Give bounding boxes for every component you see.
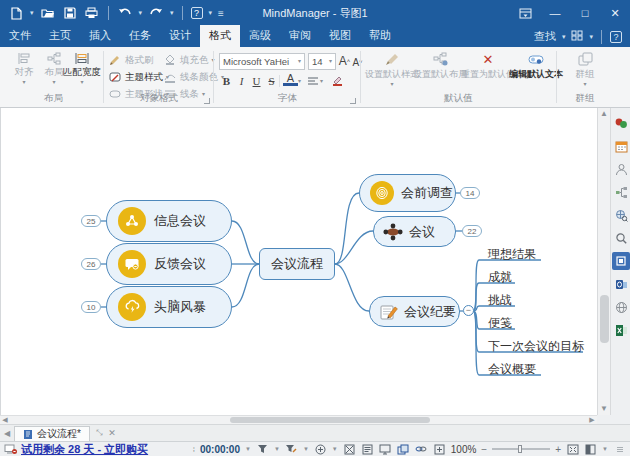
hyperlink-icon[interactable] — [415, 443, 428, 455]
timer-dropdown-icon[interactable]: ▼ — [245, 446, 251, 452]
zoom-slider[interactable] — [492, 448, 550, 450]
outline-view-icon[interactable] — [361, 443, 374, 455]
topic-badge[interactable]: 10 — [81, 301, 101, 313]
advanced-filter-icon[interactable] — [285, 443, 298, 455]
tab-scroll-left-icon[interactable]: ◀ — [0, 429, 14, 438]
topic-brainstorm[interactable]: 头脑风暴 — [106, 286, 232, 328]
open-icon[interactable] — [40, 5, 56, 21]
excel-icon[interactable] — [612, 321, 630, 339]
pan-mode-icon[interactable] — [343, 443, 356, 455]
topic-share-icon[interactable] — [612, 183, 630, 201]
redo-icon[interactable] — [148, 5, 164, 21]
align-button[interactable]: 对齐 ▾ — [8, 51, 40, 85]
tab-review[interactable]: 审阅 — [280, 25, 320, 47]
topic-badge[interactable]: 25 — [81, 215, 101, 227]
contact-icon[interactable] — [612, 160, 630, 178]
print-icon[interactable] — [84, 5, 100, 21]
format-painter-button[interactable]: 格式刷 — [108, 53, 154, 67]
subtopic[interactable]: 成就 — [488, 269, 512, 286]
underline-button[interactable]: U — [249, 73, 264, 89]
font-size-select[interactable]: 14▾ — [308, 53, 336, 70]
tab-help[interactable]: 帮助 — [360, 25, 400, 47]
tab-insert[interactable]: 插入 — [80, 25, 120, 47]
scroll-left-icon[interactable]: ◀ — [0, 416, 10, 424]
timer-value[interactable]: 00:00:00 — [200, 444, 240, 455]
filter-dropdown-icon[interactable]: ▼ — [274, 446, 280, 452]
advanced-filter-dropdown-icon[interactable]: ▼ — [303, 446, 309, 452]
contrast-dropdown-icon[interactable]: ▼ — [602, 446, 608, 452]
bold-button[interactable]: B — [219, 73, 234, 89]
tab-view[interactable]: 视图 — [320, 25, 360, 47]
presentation-view-icon[interactable] — [379, 443, 392, 455]
zoom-level[interactable]: 100% — [451, 444, 477, 455]
slides-view-icon[interactable] — [397, 443, 410, 455]
snapshot-icon[interactable] — [612, 252, 630, 270]
resize-grip[interactable] — [617, 447, 623, 452]
topic-meeting[interactable]: 会议 — [373, 216, 456, 247]
panel-dropdown-icon[interactable]: ▾ — [589, 33, 593, 41]
contrast-view-icon[interactable] — [584, 443, 597, 455]
vertical-scrollbar[interactable]: ▲ ▼ — [597, 108, 610, 415]
match-width-button[interactable]: 匹配宽度 ▾ — [64, 51, 100, 85]
horizontal-scroll-thumb[interactable] — [230, 417, 430, 423]
help-icon[interactable]: ? — [191, 7, 203, 19]
highlighter-icon[interactable] — [330, 73, 344, 87]
float-window-icon[interactable]: ⤡ — [96, 428, 102, 438]
close-icon[interactable]: ✕ — [600, 0, 630, 26]
web-search-icon[interactable] — [612, 206, 630, 224]
scroll-down-icon[interactable]: ▼ — [598, 403, 610, 415]
topic-pre-meeting-survey[interactable]: 会前调查 — [359, 174, 456, 212]
redo-dropdown-icon[interactable]: ▾ — [170, 9, 174, 17]
topic-badge[interactable]: 22 — [462, 225, 482, 237]
zoom-slider-thumb[interactable] — [518, 445, 522, 453]
tab-design[interactable]: 设计 — [160, 25, 200, 47]
object-format-launcher-icon[interactable] — [204, 98, 210, 104]
outlook-icon[interactable] — [612, 275, 630, 293]
subtopic[interactable]: 理想结果 — [488, 246, 536, 263]
topic-badge[interactable]: 26 — [81, 258, 101, 270]
panel-grid-icon[interactable] — [571, 30, 583, 43]
subtopic[interactable]: 会议概要 — [488, 361, 536, 378]
save-icon[interactable] — [62, 5, 78, 21]
maximize-icon[interactable]: □ — [570, 0, 600, 26]
calendar-icon[interactable] — [612, 137, 630, 155]
font-color-button[interactable]: A — [283, 73, 298, 86]
topic-badge[interactable]: 14 — [460, 187, 480, 199]
add-view-dropdown-icon[interactable]: ▼ — [332, 446, 338, 452]
fit-window-icon[interactable] — [566, 443, 579, 455]
align-text-dropdown-icon[interactable]: ▾ — [320, 79, 323, 84]
line-color-button[interactable]: 线条颜色 ▾ — [163, 70, 224, 84]
collapse-toggle-icon[interactable]: − — [463, 305, 474, 316]
search-icon[interactable] — [612, 229, 630, 247]
buy-now-link[interactable]: 试用剩余 28 天 - 立即购买 — [21, 442, 148, 456]
font-color-dropdown-icon[interactable]: ▾ — [298, 79, 301, 84]
tab-task[interactable]: 任务 — [120, 25, 160, 47]
tab-format[interactable]: 格式 — [200, 25, 240, 47]
new-document-icon[interactable] — [8, 5, 24, 21]
topic-feedback-meeting[interactable]: 反馈会议 — [106, 243, 232, 285]
zoom-in-icon[interactable]: + — [555, 444, 561, 455]
find-button[interactable]: 查找 — [534, 29, 556, 44]
scroll-right-icon[interactable]: ▶ — [587, 416, 597, 424]
font-launcher-icon[interactable] — [350, 98, 356, 104]
central-topic[interactable]: 会议流程 — [259, 248, 335, 280]
edit-default-text-button[interactable]: 编辑默认文本 — [505, 51, 567, 81]
tab-advanced[interactable]: 高级 — [240, 25, 280, 47]
scroll-up-icon[interactable]: ▲ — [598, 108, 610, 120]
document-tab-active[interactable]: 会议流程* — [14, 426, 90, 442]
group-button[interactable]: 群组 ▾ — [567, 51, 603, 87]
customize-qat-icon[interactable]: ≡ — [218, 8, 224, 19]
ribbon-options-icon[interactable] — [510, 0, 540, 26]
undo-dropdown-icon[interactable]: ▾ — [139, 9, 143, 17]
font-name-select[interactable]: Microsoft YaHei▾ — [219, 53, 305, 70]
find-dropdown-icon[interactable]: ▾ — [562, 33, 566, 41]
close-document-icon[interactable]: ✕ — [108, 428, 116, 438]
help-dropdown-icon[interactable]: ▾ — [209, 9, 213, 17]
add-view-icon[interactable] — [314, 443, 327, 455]
strikethrough-button[interactable]: S — [264, 73, 279, 89]
subtopic[interactable]: 挑战 — [488, 292, 512, 309]
fill-color-button[interactable]: 填充色 ▾ — [163, 53, 215, 67]
italic-button[interactable]: I — [234, 73, 249, 89]
topic-style-button[interactable]: 主题样式 ▾ — [108, 70, 169, 84]
filter-icon[interactable] — [256, 443, 269, 455]
